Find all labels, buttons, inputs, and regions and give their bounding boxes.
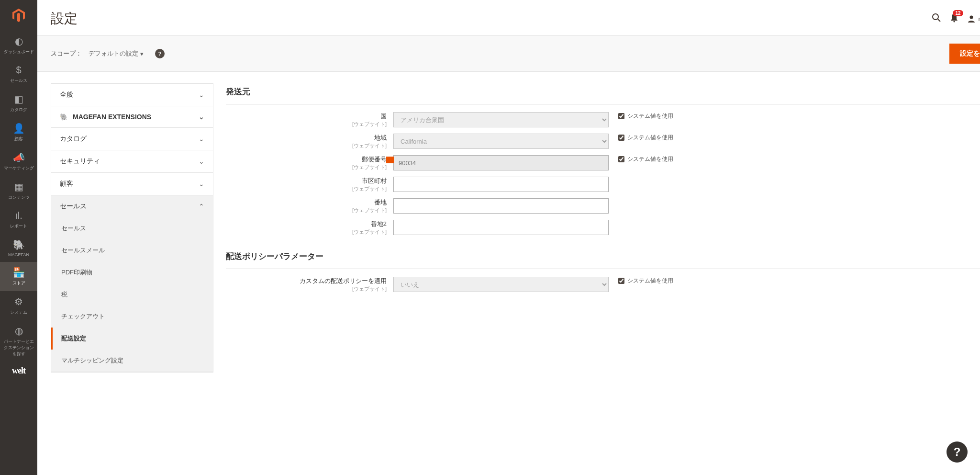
notifications-icon[interactable]: 12: [950, 13, 958, 25]
save-button[interactable]: 設定を保存: [949, 44, 980, 64]
section-shipping-policy: 配送ポリシーパラメーター ⌃ カスタムの配送ポリシーを適用 [ウェブサイト] い…: [226, 248, 980, 293]
chevron-down-icon: ⌄: [199, 91, 204, 99]
nav-system[interactable]: ⚙システム: [0, 291, 37, 320]
tab-group-label: セキュリティ: [60, 157, 100, 166]
nav-label: カタログ: [10, 107, 27, 113]
use-system-zip[interactable]: システム値を使用: [609, 155, 673, 163]
field-scope: [ウェブサイト]: [226, 164, 387, 171]
svg-point-2: [953, 21, 955, 22]
apply-policy-select[interactable]: いいえ: [393, 277, 609, 292]
magento-logo[interactable]: [0, 0, 37, 31]
tab-group-label: 全般: [60, 90, 73, 99]
nav-label: コンテンツ: [8, 194, 30, 201]
user-icon: [967, 14, 976, 23]
city-input[interactable]: [393, 177, 609, 192]
scope-help-icon[interactable]: ?: [155, 49, 165, 58]
nav-label: ダッシュボード: [4, 49, 34, 55]
country-select[interactable]: アメリカ合衆国: [393, 112, 609, 127]
tab-group-customers[interactable]: 顧客⌄: [51, 173, 213, 195]
person-icon: 👤: [13, 123, 25, 134]
svg-point-0: [933, 14, 938, 20]
box-icon: ◧: [14, 93, 23, 105]
config-tabs: 全般⌄ 🐘MAGEFAN EXTENSIONS⌄ カタログ⌄ セキュリティ⌄ 顧…: [51, 83, 213, 373]
gear-icon: ⚙: [14, 296, 23, 307]
nav-magefan[interactable]: 🐘MAGEFAN: [0, 234, 37, 262]
tab-item-multishipping[interactable]: マルチシッピング設定: [51, 350, 213, 372]
elephant-icon: 🐘: [60, 113, 68, 121]
use-system-policy[interactable]: システム値を使用: [609, 277, 673, 285]
welt-logo[interactable]: welt: [0, 366, 37, 376]
nav-label: システム: [10, 309, 27, 316]
nav-label: MAGEFAN: [8, 252, 29, 257]
tab-group-label: カタログ: [60, 135, 87, 143]
tab-item-tax[interactable]: 税: [51, 283, 213, 305]
street2-input[interactable]: [393, 220, 609, 235]
chevron-down-icon: ⌄: [199, 158, 204, 165]
use-system-checkbox[interactable]: [618, 113, 624, 119]
grid-icon: ▦: [14, 181, 23, 192]
tab-item-shipping-settings[interactable]: 配送設定: [51, 328, 213, 350]
nav-reports[interactable]: ıl.レポート: [0, 205, 37, 234]
tab-item-checkout[interactable]: チェックアウト: [51, 305, 213, 328]
field-city: 市区町村 [ウェブサイト]: [226, 177, 980, 192]
nav-label: パートナーとエクステンションを探す: [2, 339, 35, 357]
field-scope: [ウェブサイト]: [226, 142, 387, 149]
svg-line-1: [938, 19, 940, 22]
tab-group-label: セールス: [60, 202, 87, 211]
field-scope: [ウェブサイト]: [226, 207, 387, 214]
tab-group-label: 顧客: [60, 180, 73, 188]
nav-stores[interactable]: 🏪ストア: [0, 262, 37, 291]
scope-label: スコープ：: [51, 49, 82, 58]
use-system-country[interactable]: システム値を使用: [609, 112, 673, 120]
page-title: 設定: [51, 10, 932, 28]
username-label: regular: [979, 15, 980, 23]
use-system-checkbox[interactable]: [618, 278, 624, 284]
section-header-origin[interactable]: 発送元 ⌃: [226, 83, 980, 104]
use-system-label: システム値を使用: [627, 112, 673, 120]
chevron-down-icon: ⌄: [199, 135, 204, 143]
field-label: 国: [226, 112, 387, 121]
use-system-label: システム値を使用: [627, 155, 673, 163]
nav-customers[interactable]: 👤顧客: [0, 118, 37, 147]
scope-switcher[interactable]: デフォルトの設定 ▾: [89, 49, 144, 58]
nav-marketing[interactable]: 📣マーケティング: [0, 147, 37, 176]
tab-group-sales[interactable]: セールス⌃: [51, 195, 213, 217]
tab-item-sales[interactable]: セールス: [51, 217, 213, 239]
nav-sales[interactable]: $セールス: [0, 60, 37, 89]
street1-input[interactable]: [393, 198, 609, 214]
use-system-checkbox[interactable]: [618, 156, 624, 162]
config-toolbar: スコープ： デフォルトの設定 ▾ ? 設定を保存: [37, 35, 980, 72]
region-select[interactable]: California: [393, 134, 609, 149]
tab-item-pdf[interactable]: PDF印刷物: [51, 261, 213, 283]
field-street1: 番地 [ウェブサイト]: [226, 198, 980, 214]
notification-badge: 12: [953, 10, 963, 16]
tab-group-general[interactable]: 全般⌄: [51, 84, 213, 106]
nav-dashboard[interactable]: ◐ダッシュボード: [0, 31, 37, 60]
nav-label: マーケティング: [4, 165, 34, 171]
field-scope: [ウェブサイト]: [226, 185, 387, 192]
field-region: 地域 [ウェブサイト] California システム値を使用: [226, 134, 980, 149]
nav-content[interactable]: ▦コンテンツ: [0, 176, 37, 205]
use-system-label: システム値を使用: [627, 277, 673, 285]
nav-partners[interactable]: ◍パートナーとエクステンションを探す: [0, 320, 37, 362]
search-icon[interactable]: [932, 13, 941, 25]
field-label: 番地: [226, 198, 387, 207]
field-label: 市区町村: [226, 177, 387, 185]
use-system-checkbox[interactable]: [618, 135, 624, 141]
chevron-down-icon: ▾: [140, 50, 144, 57]
tab-group-label: MAGEFAN EXTENSIONS: [73, 113, 151, 121]
chevron-down-icon: ⌄: [199, 180, 204, 188]
field-scope: [ウェブサイト]: [226, 285, 387, 293]
section-header-policy[interactable]: 配送ポリシーパラメーター ⌃: [226, 248, 980, 269]
use-system-region[interactable]: システム値を使用: [609, 134, 673, 142]
tab-item-sales-emails[interactable]: セールスメール: [51, 239, 213, 261]
tab-group-security[interactable]: セキュリティ⌄: [51, 150, 213, 172]
page-header: 設定 12 regular ▾: [37, 0, 980, 35]
tab-group-magefan[interactable]: 🐘MAGEFAN EXTENSIONS⌄: [51, 106, 213, 127]
nav-catalog[interactable]: ◧カタログ: [0, 89, 37, 118]
zip-input[interactable]: [393, 155, 609, 170]
user-menu[interactable]: regular ▾: [967, 14, 980, 23]
nav-label: ストア: [12, 280, 25, 286]
field-street2: 番地2 [ウェブサイト]: [226, 220, 980, 236]
tab-group-catalog[interactable]: カタログ⌄: [51, 128, 213, 150]
